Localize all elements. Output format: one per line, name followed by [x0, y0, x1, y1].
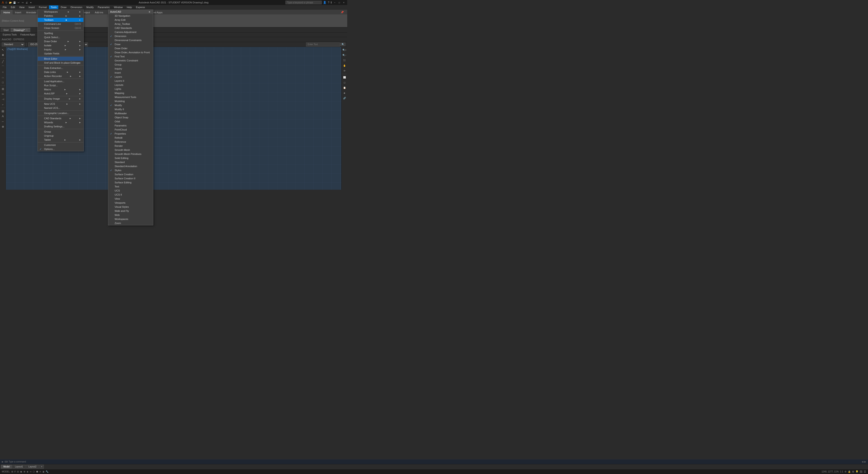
submenu-camera-adjustment[interactable]: Camera Adjustment	[108, 30, 153, 34]
menu-drafting-settings[interactable]: Drafting Settings...	[38, 125, 84, 129]
menu-item-draw[interactable]: Draw	[59, 5, 68, 9]
maximize-button[interactable]: □	[338, 1, 341, 4]
submenu-orbit[interactable]: Orbit	[108, 120, 153, 124]
submenu-solid-editing[interactable]: Solid Editing	[108, 156, 153, 160]
drawing-tab-start[interactable]: Start	[1, 28, 11, 32]
menu-clean-screen[interactable]: Clean Screen Ctrl+0	[38, 26, 84, 30]
menu-inquiry[interactable]: Inquiry ▶	[38, 47, 84, 52]
menu-ungroup[interactable]: Ungroup	[38, 134, 84, 138]
tab-home[interactable]: Home	[1, 10, 12, 14]
quick-access-undo[interactable]: ↩	[17, 1, 20, 4]
menu-update-fields[interactable]: Update Fields	[38, 52, 84, 56]
submenu-multileader[interactable]: Multileader	[108, 111, 153, 115]
submenu-layers-ii[interactable]: Layers II	[108, 79, 153, 83]
menu-data-extraction[interactable]: Data Extraction...	[38, 66, 84, 70]
tool-circle[interactable]: ○	[0, 70, 5, 74]
submenu-smooth-mesh[interactable]: Smooth Mesh	[108, 148, 153, 152]
right-tool-navsbar[interactable]: ◻	[342, 80, 347, 85]
drawing-tab-drawing1[interactable]: Drawing1* ✕	[11, 28, 30, 32]
text-search-input[interactable]	[306, 42, 340, 46]
menu-item-edit[interactable]: Edit	[9, 5, 17, 9]
tool-text[interactable]: A	[0, 114, 5, 119]
submenu-render[interactable]: Render	[108, 144, 153, 148]
right-tool-zoom-in[interactable]: 🔍+	[342, 47, 347, 53]
minimize-button[interactable]: −	[333, 1, 336, 4]
submenu-group[interactable]: Group	[108, 63, 153, 67]
menu-cad-standards[interactable]: CAD Standards ▶	[38, 116, 84, 121]
quick-access-new[interactable]: 🗋	[5, 1, 8, 4]
menu-item-parametric[interactable]: Parametric	[96, 5, 112, 9]
submenu-standard[interactable]: Standard	[108, 160, 153, 164]
express-tools-label[interactable]: Express Tools	[2, 33, 18, 36]
menu-item-modify[interactable]: Modify	[85, 5, 95, 9]
submenu-layers[interactable]: Layers	[108, 75, 153, 79]
submenu-dimension[interactable]: Dimension	[108, 34, 153, 38]
tool-polyline[interactable]: ⌒	[0, 64, 5, 69]
featured-apps-label[interactable]: Featured Apps	[20, 33, 36, 36]
submenu-styles[interactable]: Styles	[108, 168, 153, 172]
menu-item-help[interactable]: Help	[125, 5, 134, 9]
submenu-lights[interactable]: Lights	[108, 87, 153, 91]
right-tool-xref[interactable]: 🔗	[342, 96, 347, 101]
submenu-inquiry[interactable]: Inquiry	[108, 67, 153, 71]
quick-access-save[interactable]: 💾	[13, 1, 16, 4]
submenu-modify[interactable]: Modify	[108, 103, 153, 107]
tab-pin[interactable]: 📌	[338, 10, 346, 14]
submenu-refedit[interactable]: Refedit	[108, 136, 153, 140]
tool-select[interactable]: ↖	[0, 47, 5, 53]
tool-snap[interactable]: ⊕	[0, 124, 5, 129]
menu-toolbars[interactable]: Toolbars ▶	[38, 18, 84, 22]
tool-arc[interactable]: ⌓	[0, 75, 5, 80]
quick-access-open[interactable]: 📂	[9, 1, 12, 4]
right-tool-layers[interactable]: ◈	[342, 90, 347, 95]
right-tool-zoom-out[interactable]: 🔍−	[342, 53, 347, 58]
drawing1-close-icon[interactable]: ✕	[26, 29, 28, 31]
menu-item-format[interactable]: Format	[37, 5, 49, 9]
menu-run-script[interactable]: Run Script...	[38, 83, 84, 88]
tool-dim[interactable]: ↔	[0, 119, 5, 124]
menu-item-view[interactable]: View	[18, 5, 26, 9]
help-icon[interactable]: ?	[328, 1, 329, 4]
menu-command-line[interactable]: Command Line Ctrl+9	[38, 22, 84, 26]
tool-fillet[interactable]: ⌐	[0, 102, 5, 107]
menu-load-app[interactable]: Load Application...	[38, 79, 84, 83]
submenu-pointcloud[interactable]: PointCloud	[108, 128, 153, 132]
menu-block-editor[interactable]: Block Editor	[38, 57, 84, 61]
menu-new-ucs[interactable]: New UCS ▶	[38, 102, 84, 106]
submenu-surface-creation[interactable]: Surface Creation	[108, 172, 153, 176]
submenu-parametric[interactable]: Parametric	[108, 124, 153, 128]
tab-annotate[interactable]: Annotate	[24, 10, 39, 14]
submenu-draw-order[interactable]: Draw Order	[108, 46, 153, 50]
menu-wizards[interactable]: Wizards ▶	[38, 121, 84, 125]
quick-access-dropdown[interactable]: ▾	[29, 1, 32, 4]
menu-palettes[interactable]: Palettes ▶	[38, 14, 84, 18]
tab-insert[interactable]: Insert	[12, 10, 24, 14]
tool-move[interactable]: ✥	[0, 53, 5, 58]
submenu-find-text[interactable]: Find Text	[108, 55, 153, 59]
menu-item-dimension[interactable]: Dimension	[69, 5, 84, 9]
right-tool-viewcube[interactable]: ⬜	[342, 75, 347, 80]
menu-named-ucs[interactable]: Named UCS...	[38, 106, 84, 110]
submenu-insert[interactable]: Insert	[108, 71, 153, 75]
submenu-smooth-mesh-primitives[interactable]: Smooth Mesh Primitives	[108, 152, 153, 156]
menu-geographic-location[interactable]: Geographic Location...	[38, 111, 84, 115]
menu-action-recorder[interactable]: Action Recorder ▶	[38, 74, 84, 78]
menu-item-tools[interactable]: Tools	[49, 5, 59, 9]
menu-autolisp[interactable]: AutoLISP ▶	[38, 92, 84, 96]
submenu-ucs[interactable]: UCS	[108, 189, 153, 190]
submenu-surface-creation-ii[interactable]: Surface Creation II	[108, 176, 153, 180]
menu-macro[interactable]: Macro ▶	[38, 88, 84, 92]
submenu-dimensional-constraints[interactable]: Dimensional Constraints	[108, 38, 153, 42]
submenu-draw-order-annotation[interactable]: Draw Order, Annotation to Front	[108, 50, 153, 55]
submenu-mapping[interactable]: Mapping	[108, 91, 153, 95]
tool-line[interactable]: ╱	[0, 59, 5, 64]
tool-extend[interactable]: ⊣	[0, 97, 5, 102]
menu-quick-select[interactable]: Quick Select...	[38, 35, 84, 39]
menu-item-file[interactable]: File	[1, 5, 8, 9]
right-tool-properties[interactable]: 📋	[342, 85, 347, 90]
close-button[interactable]: ×	[342, 1, 345, 4]
menu-workspaces[interactable]: Workspaces ▶	[38, 10, 84, 14]
submenu-reference[interactable]: Reference	[108, 140, 153, 144]
submenu-modeling[interactable]: Modeling	[108, 99, 153, 103]
submenu-array-toolbar[interactable]: Array_Toolbar	[108, 22, 153, 26]
